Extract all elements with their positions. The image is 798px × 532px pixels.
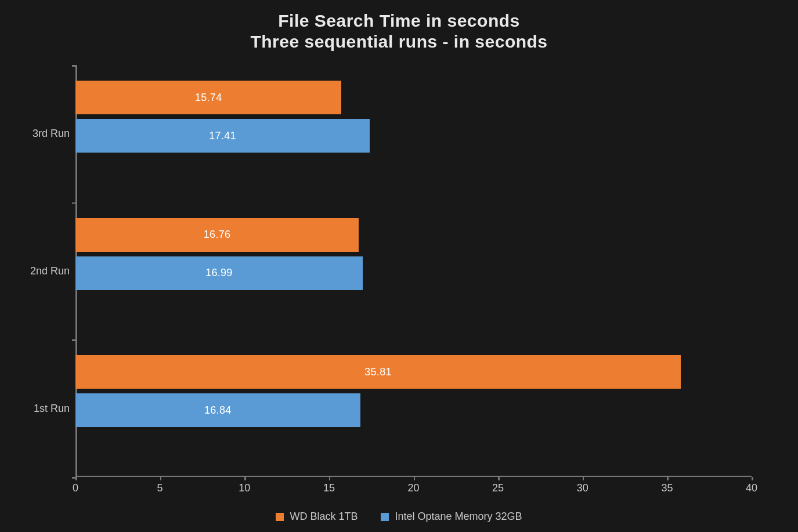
legend-swatch-wd-icon: [276, 513, 284, 521]
chart-container: File Search Time in seconds Three sequen…: [0, 0, 798, 532]
x-tick-label: 15: [323, 482, 335, 494]
x-tick: [667, 477, 669, 480]
bar-wd-2nd-run: 16.76: [75, 218, 359, 252]
bar-intel-3rd-run: 17.41: [75, 119, 370, 153]
legend-swatch-intel-icon: [381, 513, 389, 521]
x-tick-label: 35: [661, 482, 673, 494]
legend-label-wd: WD Black 1TB: [290, 511, 358, 523]
legend-item-wd: WD Black 1TB: [276, 511, 358, 523]
x-tick: [244, 477, 246, 480]
bar-label: 16.84: [204, 404, 232, 417]
x-tick-label: 5: [157, 482, 163, 494]
bar-wd-1st-run: 35.81: [75, 355, 681, 389]
legend: WD Black 1TB Intel Optane Memory 32GB: [0, 511, 798, 523]
bar-label: 16.76: [204, 229, 231, 241]
x-tick: [583, 477, 584, 480]
bar-wd-3rd-run: 15.74: [75, 81, 341, 114]
y-tick: [72, 202, 75, 204]
x-tick-label: 40: [746, 482, 757, 494]
chart-title-block: File Search Time in seconds Three sequen…: [0, 10, 798, 52]
x-tick-label: 30: [577, 482, 588, 494]
x-tick: [75, 477, 77, 480]
y-tick: [72, 65, 75, 67]
bar-intel-1st-run: 16.84: [75, 393, 360, 427]
chart-title-line1: File Search Time in seconds: [0, 10, 798, 31]
y-category-label-1st: 1st Run: [29, 402, 70, 414]
bar-label: 16.99: [205, 267, 233, 279]
x-tick: [329, 477, 331, 480]
bar-label: 35.81: [364, 366, 392, 378]
chart-title-line2: Three sequential runs - in seconds: [0, 31, 798, 52]
y-tick: [72, 477, 75, 479]
bar-label: 17.41: [209, 130, 236, 142]
x-tick: [498, 477, 500, 480]
bar-intel-2nd-run: 16.99: [75, 256, 363, 290]
x-tick-label: 10: [239, 482, 250, 494]
x-tick-label: 25: [492, 482, 504, 494]
y-category-label-2nd: 2nd Run: [29, 265, 70, 277]
x-tick-label: 0: [73, 482, 78, 494]
x-tick-label: 20: [407, 482, 419, 494]
x-tick: [160, 477, 162, 480]
y-tick: [72, 339, 75, 341]
plot-area: 0 5 10 15 20 25 30 35 40 3rd Run 2nd Run…: [75, 65, 752, 477]
legend-label-intel: Intel Optane Memory 32GB: [395, 511, 522, 523]
x-tick: [414, 477, 416, 480]
legend-item-intel: Intel Optane Memory 32GB: [381, 511, 522, 523]
bar-label: 15.74: [195, 92, 222, 104]
x-tick: [752, 477, 753, 480]
y-category-label-3rd: 3rd Run: [29, 128, 70, 140]
